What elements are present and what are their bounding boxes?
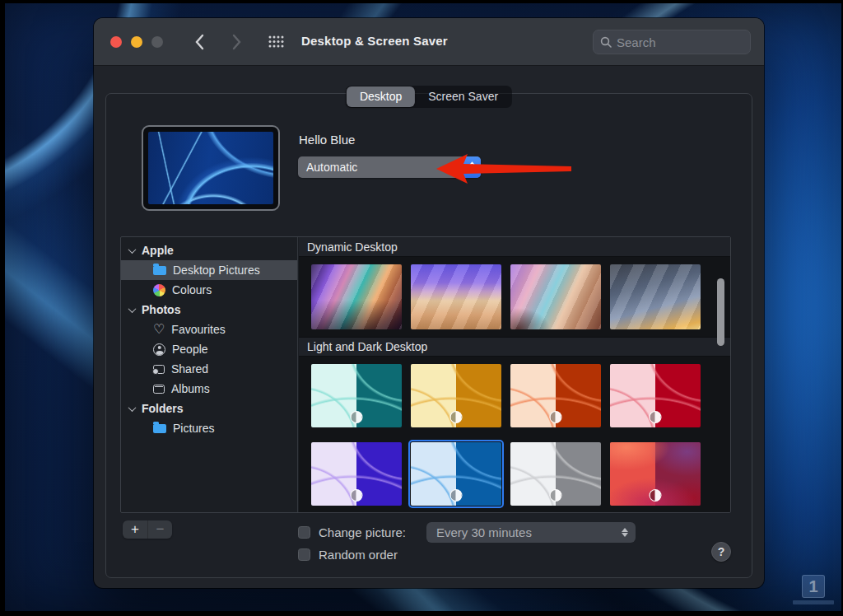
wallpaper-thumbnail-orange-red[interactable] [510,364,601,427]
item-label: Shared [171,362,208,376]
light-dark-badge-icon [550,489,562,502]
tab-desktop[interactable]: Desktop [347,86,415,107]
wallpaper-thumbnail-dynamic-solar-gradient[interactable] [610,264,701,329]
section-header-dynamic: Dynamic Desktop [299,237,730,257]
sidebar-group-apple[interactable]: Apple [121,240,297,260]
sidebar-item-desktop-pictures[interactable]: Desktop Pictures [121,260,297,280]
dynamic-stripes-overlay [311,264,402,329]
forward-button[interactable] [228,33,246,51]
sidebar-group-photos[interactable]: Photos [121,300,297,320]
wallpaper-thumbnail-purple[interactable] [311,442,402,506]
item-label: Albums [171,382,210,395]
back-button[interactable] [190,33,208,51]
random-order-checkbox[interactable] [298,548,310,561]
wallpaper-thumbnail-silver[interactable] [510,442,601,506]
light-dark-badge-icon [650,411,662,423]
chevron-left-icon [194,34,204,50]
appearance-mode-value: Automatic [298,161,357,174]
wallpaper-thumbnail-dynamic-mountain-lake[interactable] [311,264,402,329]
wallpaper-thumbnail-dynamic-desert-dunes[interactable] [411,264,501,329]
change-picture-label: Change picture: [319,525,406,539]
albums-icon [153,385,165,394]
item-label: Desktop Pictures [173,264,260,277]
wallpaper-thumbnail-dynamic-coast-tree[interactable] [510,264,601,329]
light-dark-badge-icon [450,489,463,502]
folder-icon [153,266,166,275]
sidebar-item-albums[interactable]: Albums [121,379,297,399]
show-all-grid-icon[interactable] [268,35,284,51]
annotation-arrow [436,153,571,188]
sidebar-item-colours[interactable]: Colours [121,280,297,300]
tab-screen-saver[interactable]: Screen Saver [415,86,511,107]
interval-popup[interactable]: Every 30 minutes [426,522,636,543]
dynamic-stripes-overlay [610,264,701,329]
chevron-down-icon[interactable] [128,245,137,254]
group-label: Apple [142,244,174,257]
dynamic-stripes-overlay [510,264,601,329]
item-label: Favourites [171,323,225,336]
window-title: Desktop & Screen Saver [301,34,448,48]
dynamic-stripes-overlay [411,264,501,329]
shared-album-icon [153,365,165,374]
group-label: Folders [142,402,184,415]
group-label: Photos [142,303,180,316]
sidebar-group-folders[interactable]: Folders [121,399,297,418]
sidebar-item-shared[interactable]: Shared [121,359,297,379]
system-preferences-window: Desktop & Screen Saver Desktop Screen Sa… [94,18,764,588]
sidebar-item-people[interactable]: People [121,339,297,359]
watermark-text-bar [793,600,834,604]
light-dark-badge-icon [351,489,363,502]
search-input[interactable] [617,35,724,49]
random-order-label: Random order [319,548,398,562]
popup-updown-icon [622,528,628,537]
watermark-logo: 1 [792,575,835,609]
heart-icon: ♡ [153,324,165,335]
color-wheel-icon [153,284,165,296]
scrollbar-thumb[interactable] [717,278,724,346]
person-icon [153,343,165,356]
item-label: People [172,343,208,356]
interval-value: Every 30 minutes [426,525,622,539]
search-icon [600,36,612,48]
light-dark-row-1 [299,357,730,435]
wallpaper-thumbnail-yellow[interactable] [411,364,501,427]
light-dark-badge-icon [550,411,562,423]
watermark-symbol: 1 [802,575,825,598]
close-button[interactable] [110,36,122,48]
wallpaper-thumbnail-red[interactable] [610,364,701,427]
search-field[interactable] [593,30,751,54]
current-wallpaper-preview [142,125,280,211]
tab-group: Desktop Screen Saver [346,86,512,108]
section-header-light-dark: Light and Dark Desktop [299,337,730,357]
chevron-down-icon[interactable] [128,305,137,313]
wallpaper-thumbnail-big-sur-waves[interactable] [610,442,701,506]
add-folder-button[interactable]: + [123,520,147,539]
change-picture-checkbox[interactable] [298,526,310,539]
minimize-button[interactable] [131,36,142,48]
wallpaper-thumbnail-teal[interactable] [311,364,402,427]
light-dark-badge-icon [650,489,662,502]
light-dark-row-2 [299,435,730,513]
sidebar-item-pictures[interactable]: Pictures [121,418,297,438]
light-dark-badge-icon [351,411,363,423]
chevron-down-icon[interactable] [128,404,137,412]
source-sidebar: Apple Desktop Pictures Colours Photos ♡ … [121,237,298,512]
item-label: Pictures [173,422,215,435]
desktop-wallpaper: Desktop & Screen Saver Desktop Screen Sa… [5,3,841,611]
sidebar-item-favourites[interactable]: ♡ Favourites [121,320,297,339]
titlebar: Desktop & Screen Saver [94,18,764,66]
wallpaper-name: Hello Blue [299,133,355,147]
add-remove-control: + − [123,520,172,539]
folder-icon [153,424,166,433]
chevron-right-icon [232,34,242,50]
wallpaper-grid-panel: Dynamic Desktop Light and Dark Desktop [299,237,730,512]
dynamic-desktop-row [299,257,730,337]
wallpaper-thumbnail-blue-selected[interactable] [411,442,501,506]
zoom-button-disabled [151,36,163,48]
remove-folder-button[interactable]: − [147,520,172,539]
wallpaper-preview-image [148,132,273,204]
help-button[interactable]: ? [711,542,731,562]
item-label: Colours [172,283,212,296]
wallpaper-browser: Apple Desktop Pictures Colours Photos ♡ … [120,236,731,513]
light-dark-badge-icon [450,411,463,423]
